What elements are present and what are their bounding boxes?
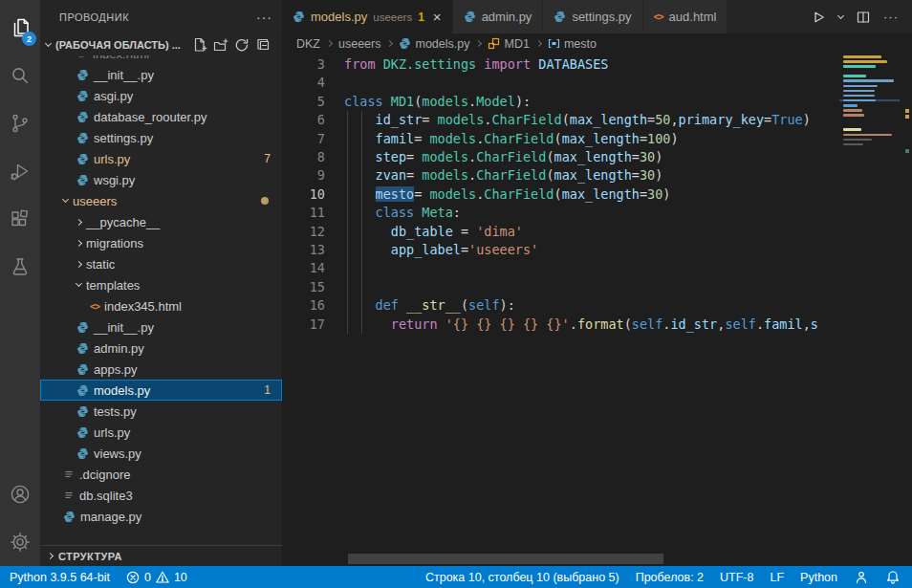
status-left: Python 3.9.5 64-bit 010 [10, 570, 187, 585]
python-icon [76, 69, 89, 81]
code-line-17[interactable]: 17 return '{} {} {} {} {}'.format(self.i… [282, 316, 912, 334]
minimap-line [839, 60, 900, 63]
tree-item-settings-py[interactable]: settings.py [40, 127, 282, 148]
horizontal-scrollbar[interactable] [348, 554, 663, 564]
line-number: 8 [282, 148, 325, 166]
breadcrumb-item-useeers[interactable]: useeers [338, 37, 380, 51]
code-area[interactable]: 3from DKZ.settings import DATABASES4 5cl… [282, 54, 912, 334]
code-line-11[interactable]: 11 class Meta: [282, 204, 912, 222]
code-line-10[interactable]: 10 mesto= models.CharField(max_length=30… [282, 185, 912, 204]
run-button[interactable] [811, 10, 826, 25]
tab-settings-py[interactable]: settings.py [543, 0, 642, 33]
status-indentation[interactable]: Пробелов: 2 [636, 571, 704, 584]
tree-item-migrations[interactable]: migrations [40, 232, 282, 253]
tree-item-urls-py[interactable]: urls.py7 [40, 148, 282, 169]
tree-item-manage-py[interactable]: manage.py [40, 506, 282, 527]
new-folder-button[interactable] [210, 35, 231, 54]
code-line-7[interactable]: 7 famil= models.CharField(max_length=100… [282, 130, 912, 148]
tree-item-apps-py[interactable]: apps.py [40, 359, 282, 380]
chevron-down-icon [837, 11, 844, 18]
vertical-scrollbar[interactable] [900, 54, 912, 566]
status-notifications[interactable] [885, 570, 901, 585]
tree-item-urls-py[interactable]: urls.py [40, 422, 282, 443]
activity-source-control-button[interactable] [0, 99, 40, 147]
breadcrumb-item-dkz[interactable]: DKZ [296, 37, 320, 51]
tab-aud-html[interactable]: <>aud.html [643, 0, 728, 33]
explorer-more-actions-button[interactable]: ··· [256, 10, 272, 25]
activity-files-button[interactable]: 2 [0, 4, 40, 52]
tree-item--init-py[interactable]: __init__.py [40, 64, 282, 85]
code-line-15[interactable]: 15 [282, 278, 912, 296]
tree-item-label: __init__.py [94, 320, 154, 335]
collapse-all-button[interactable] [252, 35, 273, 54]
tree-item--dcignore[interactable]: .dcignore [40, 464, 282, 485]
activity-extensions-button[interactable] [0, 195, 40, 243]
activity-testing-button[interactable] [0, 243, 40, 291]
code-line-13[interactable]: 13 app_label='useeers' [282, 241, 912, 259]
status-encoding[interactable]: UTF-8 [720, 571, 753, 584]
code-line-5[interactable]: 5class MD1(models.Model): [282, 93, 912, 111]
tree-item-tests-py[interactable]: tests.py [40, 401, 282, 422]
tree-item-label: settings.py [94, 131, 153, 145]
breadcrumb-item-md1[interactable]: MD1 [488, 37, 529, 51]
breadcrumb-item-models-py[interactable]: models.py [399, 37, 469, 51]
minimap-bar [843, 79, 894, 82]
tab-label: aud.html [669, 10, 717, 24]
tree-item-database-roouter-py[interactable]: database_roouter.py [40, 106, 282, 127]
tree-item-templates[interactable]: templates [40, 274, 282, 295]
line-text: return '{} {} {} {} {}'.format(self.id_s… [325, 316, 818, 334]
more-actions-button[interactable]: ··· [883, 10, 899, 24]
code-line-4[interactable]: 4 [282, 74, 912, 92]
tree-item-useeers[interactable]: useeers [40, 190, 282, 211]
tree-item-index-html[interactable]: index.html [40, 55, 282, 64]
status-feedback[interactable] [854, 570, 869, 585]
activity-run-debug-button[interactable] [0, 147, 40, 195]
code-line-6[interactable]: 6 id_str= models.CharField(max_length=50… [282, 111, 912, 129]
minimap-bar [843, 109, 862, 112]
tree-item-models-py[interactable]: models.py1 [40, 380, 282, 401]
tree-item--pycache-[interactable]: __pycache__ [40, 211, 282, 232]
tree-item-label: index345.html [104, 299, 182, 314]
python-icon [76, 153, 89, 165]
outline-section-header[interactable]: СТРУКТУРА [40, 545, 282, 566]
python-interpreter[interactable]: Python 3.9.5 64-bit [10, 571, 110, 584]
status-cursor-position[interactable]: Строка 10, столбец 10 (выбрано 5) [425, 571, 619, 584]
activity-account-button[interactable] [0, 470, 40, 518]
code-line-9[interactable]: 9 zvan= models.CharField(max_length=30) [282, 166, 912, 185]
tree-item-label: urls.py [94, 425, 130, 440]
status-language-mode[interactable]: Python [800, 571, 837, 584]
tree-item-views-py[interactable]: views.py [40, 443, 282, 464]
code-line-16[interactable]: 16 def __str__(self): [282, 296, 912, 315]
code-line-8[interactable]: 8 step= models.CharField(max_length=30) [282, 148, 912, 166]
line-text: step= models.CharField(max_length=30) [325, 148, 662, 166]
tree-item-index345-html[interactable]: <>index345.html [40, 295, 282, 316]
tree-item--init-py[interactable]: __init__.py [40, 316, 282, 338]
tree-item-asgi-py[interactable]: asgi.py [40, 85, 282, 106]
split-editor-button[interactable] [856, 10, 871, 25]
refresh-button[interactable] [231, 35, 252, 54]
activity-settings-gear-button[interactable] [0, 518, 40, 566]
problems-indicator[interactable]: 010 [125, 570, 187, 585]
tab-models-py[interactable]: models.pyuseeers1× [282, 0, 453, 33]
tree-item-admin-py[interactable]: admin.py [40, 338, 282, 359]
workspace-section-header[interactable]: (РАБОЧАЯ ОБЛАСТЬ) ... [40, 33, 282, 55]
tab-admin-py[interactable]: admin.py [453, 0, 544, 33]
activity-search-button[interactable] [0, 52, 40, 99]
close-icon[interactable]: × [433, 10, 442, 24]
tree-item-wsgi-py[interactable]: wsgi.py [40, 169, 282, 190]
minimap-bar [843, 114, 864, 117]
new-file-button[interactable] [189, 35, 210, 54]
editor[interactable]: 3from DKZ.settings import DATABASES4 5cl… [282, 54, 912, 566]
status-eol[interactable]: LF [770, 571, 784, 584]
line-number: 17 [282, 316, 325, 334]
code-line-3[interactable]: 3from DKZ.settings import DATABASES [282, 55, 912, 74]
breadcrumb-item-mesto[interactable]: mesto [548, 37, 597, 51]
status-bar: Python 3.9.5 64-bit 010 Строка 10, столб… [0, 566, 912, 588]
minimap-bar [843, 65, 876, 68]
minimap[interactable] [839, 54, 900, 566]
run-dropdown-button[interactable] [838, 16, 843, 18]
tree-item-db-sqlite3[interactable]: db.sqlite3 [40, 485, 282, 506]
tree-item-static[interactable]: static [40, 253, 282, 274]
code-line-14[interactable]: 14 [282, 259, 912, 277]
code-line-12[interactable]: 12 db_table = 'dima' [282, 223, 912, 241]
